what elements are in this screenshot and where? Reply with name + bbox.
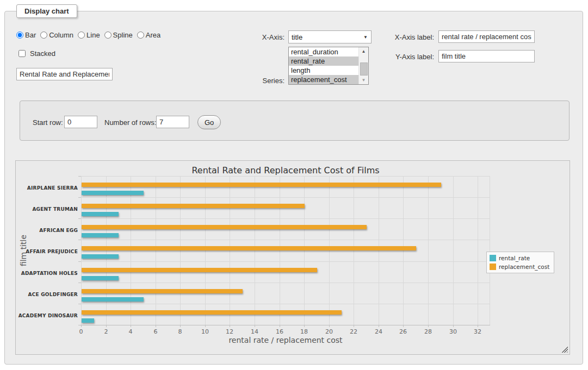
plot-right-border [490, 176, 490, 325]
chart-type-radio-spline[interactable] [104, 32, 112, 39]
bar-rental_rate[interactable] [82, 276, 119, 280]
scrollbar-thumb[interactable] [360, 62, 368, 76]
stacked-label: Stacked [30, 49, 55, 58]
bar-rental_rate[interactable] [82, 318, 94, 323]
y-tick-mark [78, 240, 81, 240]
start-row-label: Start row: [33, 118, 63, 127]
scroll-down-icon[interactable]: ▼ [359, 76, 368, 84]
x-axis-select[interactable]: title [288, 30, 372, 43]
category-label: ACE GOLDFINGER [18, 292, 78, 297]
x-axis-label-input[interactable] [438, 30, 535, 43]
bar-rental_rate[interactable] [82, 254, 119, 259]
start-row-input[interactable] [64, 116, 97, 128]
gridline-y [81, 197, 490, 198]
x-tick-label: 14 [246, 328, 263, 335]
chart-type-radio-area[interactable] [137, 32, 144, 39]
x-tick-label: 20 [321, 328, 337, 335]
y-tick-mark [78, 197, 81, 198]
bar-replacement_cost[interactable] [82, 268, 317, 272]
category-label: AFRICAN EGG [18, 228, 78, 233]
chart-type-label-area: Area [146, 31, 160, 39]
gridline-x [280, 176, 280, 325]
x-tick-label: 32 [469, 328, 486, 335]
gridline-x [131, 176, 131, 325]
series-option-replacement_cost[interactable]: replacement_cost [289, 75, 359, 84]
go-button[interactable]: Go [197, 115, 221, 129]
category-label: AIRPLANE SIERRA [18, 185, 78, 191]
x-tick-label: 2 [98, 328, 114, 335]
x-tick-label: 12 [221, 328, 238, 335]
x-axis-select-label: X-Axis: [234, 33, 284, 41]
y-tick-mark [78, 283, 81, 283]
x-tick-label: 30 [445, 328, 461, 335]
x-tick-label: 18 [296, 328, 312, 335]
y-axis-label-input[interactable] [438, 50, 535, 62]
x-tick-label: 10 [197, 328, 213, 335]
y-tick-mark [78, 304, 81, 304]
resize-handle-icon[interactable] [561, 346, 568, 353]
legend-item-replacement_cost[interactable]: replacement_cost [490, 264, 549, 270]
gridline-x [81, 176, 82, 325]
chart-type-option-column[interactable]: Column [40, 31, 73, 39]
category-label: AGENT TRUMAN [18, 206, 78, 212]
chart-type-label-line: Line [86, 31, 100, 39]
gridline-x [428, 176, 429, 325]
chart-type-option-line[interactable]: Line [78, 31, 100, 39]
chart-title-input[interactable] [16, 68, 113, 80]
series-option-rental_duration[interactable]: rental_duration [289, 47, 359, 57]
bar-rental_rate[interactable] [82, 212, 119, 216]
x-tick-label: 0 [73, 328, 89, 335]
bar-replacement_cost[interactable] [82, 246, 416, 250]
chart-type-radio-line[interactable] [78, 32, 85, 39]
chart-type-radio-bar[interactable] [16, 32, 23, 39]
series-scrollbar[interactable]: ▲ ▼ [358, 47, 368, 84]
stacked-checkbox[interactable] [18, 50, 26, 57]
y-tick-mark [78, 176, 81, 177]
series-listbox[interactable]: ▲ ▼ rental_durationrental_ratelengthrepl… [288, 47, 369, 85]
y-axis-label-field-label: Y-Axis label: [380, 53, 434, 61]
bar-replacement_cost[interactable] [82, 183, 441, 187]
y-tick-mark [78, 325, 81, 325]
bar-rental_rate[interactable] [82, 297, 144, 302]
legend-item-rental_rate[interactable]: rental_rate [490, 255, 549, 261]
panel-title: Display chart [16, 4, 77, 18]
number-of-rows-input[interactable] [156, 116, 189, 128]
chart-type-radio-column[interactable] [40, 32, 47, 39]
bar-replacement_cost[interactable] [82, 310, 342, 315]
chart-type-radio-group: BarColumnLineSplineArea [16, 31, 160, 39]
gridline-x [478, 176, 478, 325]
gridline-x [205, 176, 206, 325]
series-label: Series: [234, 77, 284, 85]
gridline-y [81, 176, 490, 177]
chart-container: Rental Rate and Replacement Cost of Film… [15, 160, 570, 355]
chart-type-option-spline[interactable]: Spline [104, 31, 133, 39]
legend-swatch [490, 255, 496, 261]
category-label: ADAPTATION HOLES [18, 271, 78, 276]
series-option-length[interactable]: length [289, 66, 359, 75]
chart-type-label-spline: Spline [113, 31, 133, 39]
bar-replacement_cost[interactable] [82, 225, 367, 229]
y-tick-mark [78, 261, 81, 262]
x-axis-title: rental rate / replacement cost [81, 336, 490, 344]
bar-replacement_cost[interactable] [82, 204, 305, 208]
gridline-x [255, 176, 255, 325]
stacked-option[interactable]: Stacked [16, 48, 55, 59]
bar-rental_rate[interactable] [82, 191, 144, 195]
series-option-rental_rate[interactable]: rental_rate [289, 57, 359, 66]
gridline-y [81, 218, 490, 219]
bar-replacement_cost[interactable] [82, 289, 243, 293]
gridline-x [156, 176, 156, 325]
chart-type-option-bar[interactable]: Bar [16, 31, 36, 39]
x-axis-select-wrap: title ▼ [288, 30, 372, 43]
gridline-x [180, 176, 181, 325]
chart-type-option-area[interactable]: Area [137, 31, 160, 39]
scroll-up-icon[interactable]: ▲ [359, 47, 368, 55]
row-controls-box: Start row: Number of rows: Go [20, 101, 570, 141]
x-axis-line [81, 325, 490, 325]
number-of-rows-label: Number of rows: [104, 118, 156, 127]
gridline-x [379, 176, 379, 325]
bar-rental_rate[interactable] [82, 233, 119, 237]
x-tick-label: 24 [370, 328, 387, 335]
x-tick-label: 4 [122, 328, 139, 335]
gridline-x [453, 176, 454, 325]
